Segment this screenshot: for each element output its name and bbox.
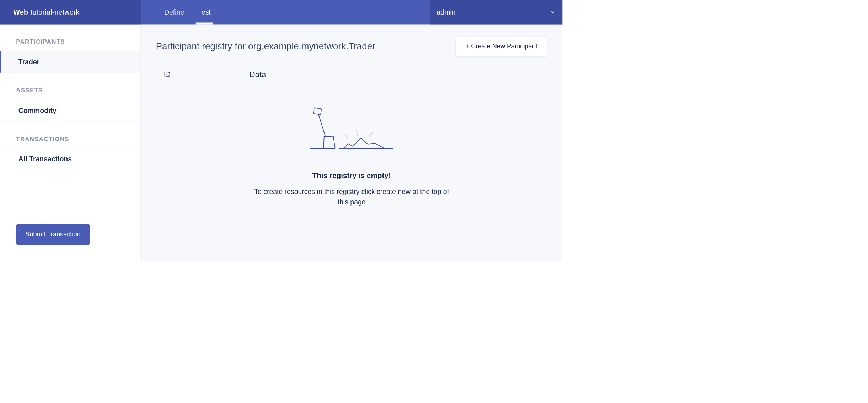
tab-define[interactable]: Define — [162, 0, 187, 25]
main-content: Participant registry for org.example.myn… — [141, 25, 562, 261]
header-tabs: Define Test — [141, 0, 430, 25]
user-menu[interactable]: admin — [430, 0, 562, 25]
tab-label: Test — [198, 8, 211, 16]
sidebar: PARTICIPANTS Trader ASSETS Commodity TRA… — [0, 25, 141, 261]
button-label: + Create New Participant — [466, 43, 537, 50]
column-id: ID — [156, 70, 250, 79]
empty-state: This registry is empty! To create resour… — [156, 107, 547, 207]
user-name: admin — [437, 8, 550, 16]
svg-rect-0 — [313, 108, 321, 115]
empty-shovel-icon — [308, 107, 395, 153]
sidebar-item-label: Trader — [18, 58, 39, 65]
chevron-down-icon — [550, 10, 556, 15]
empty-description: To create resources in this registry cli… — [248, 186, 455, 207]
header: Web tutorial-network Define Test admin — [0, 0, 562, 25]
column-data: Data — [250, 70, 547, 79]
submit-transaction-button[interactable]: Submit Transaction — [16, 224, 90, 245]
section-header-assets: ASSETS — [0, 73, 140, 100]
empty-title: This registry is empty! — [312, 171, 391, 180]
section-header-transactions: TRANSACTIONS — [0, 122, 140, 148]
brand-prefix: Web — [14, 8, 28, 16]
table-header: ID Data — [156, 70, 547, 84]
svg-line-4 — [345, 134, 348, 139]
sidebar-item-commodity[interactable]: Commodity — [0, 100, 140, 122]
svg-line-5 — [356, 130, 357, 135]
svg-line-6 — [369, 132, 373, 137]
tab-test[interactable]: Test — [196, 0, 213, 25]
sidebar-item-all-transactions[interactable]: All Transactions — [0, 148, 140, 170]
create-new-participant-button[interactable]: + Create New Participant — [456, 36, 547, 56]
sidebar-item-label: Commodity — [18, 107, 57, 114]
section-header-participants: PARTICIPANTS — [0, 25, 140, 51]
page-title: Participant registry for org.example.myn… — [156, 41, 456, 52]
button-label: Submit Transaction — [25, 231, 80, 238]
sidebar-item-trader[interactable]: Trader — [0, 51, 140, 73]
brand[interactable]: Web tutorial-network — [0, 0, 141, 25]
brand-name: tutorial-network — [31, 8, 80, 16]
tab-label: Define — [164, 8, 184, 16]
sidebar-item-label: All Transactions — [18, 155, 72, 163]
